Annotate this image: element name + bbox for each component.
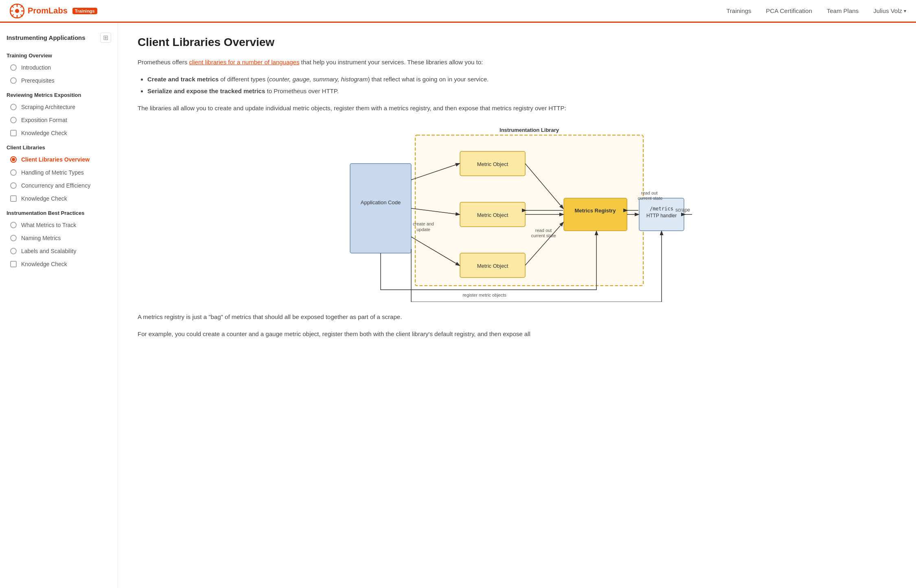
circle-icon-handling — [10, 169, 17, 176]
sidebar-item-label-client-libraries: Client Libraries Overview — [21, 156, 90, 163]
circle-icon-client-libraries-active — [10, 156, 17, 163]
nav-pca-cert[interactable]: PCA Certification — [766, 7, 812, 14]
check-icon-1 — [10, 129, 17, 137]
sidebar-item-naming-metrics[interactable]: Naming Metrics — [0, 232, 118, 245]
architecture-diagram: Instrumentation Library Application Code… — [138, 123, 896, 302]
sidebar-item-label-handling: Handling of Metric Types — [21, 169, 84, 176]
logo-text: PromLabs — [28, 6, 68, 15]
circle-icon-exposition — [10, 116, 17, 124]
chevron-down-icon: ▾ — [904, 8, 906, 14]
bullet-2-bold: Serialize and expose the tracked metrics — [147, 87, 265, 94]
svg-text:current state: current state — [638, 196, 662, 201]
svg-text:create and: create and — [413, 221, 434, 226]
svg-text:read out: read out — [641, 190, 657, 195]
para4: For example, you could create a counter … — [138, 329, 896, 339]
top-navigation: PromLabs Trainings Trainings PCA Certifi… — [0, 0, 916, 23]
svg-text:/metrics: /metrics — [650, 206, 673, 212]
nav-team-plans[interactable]: Team Plans — [827, 7, 859, 14]
svg-text:Metric Object: Metric Object — [477, 161, 508, 167]
sidebar-item-label-labels: Labels and Scalability — [21, 248, 76, 254]
nav-trainings[interactable]: Trainings — [726, 7, 751, 14]
para3: A metrics registry is just a "bag" of me… — [138, 312, 896, 322]
circle-icon-prerequisites — [10, 77, 17, 84]
sidebar-item-introduction[interactable]: Introduction — [0, 61, 118, 74]
sidebar-item-label-exposition: Exposition Format — [21, 117, 67, 123]
sidebar-item-labels-scalability[interactable]: Labels and Scalability — [0, 245, 118, 258]
main-content: Client Libraries Overview Prometheus off… — [118, 23, 916, 588]
svg-text:current state: current state — [531, 233, 556, 238]
sidebar-item-label-naming: Naming Metrics — [21, 235, 61, 241]
section-best-practices: Instrumentation Best Practices — [0, 205, 118, 219]
svg-text:HTTP handler: HTTP handler — [646, 213, 677, 219]
svg-rect-20 — [564, 198, 627, 231]
check-icon-3 — [10, 260, 17, 268]
intro-paragraph: Prometheus offers client libraries for a… — [138, 57, 896, 68]
sidebar-item-client-libraries-overview[interactable]: Client Libraries Overview — [0, 153, 118, 166]
bullet-1-rest2: ) that reflect what is going on in your … — [368, 76, 489, 83]
circle-icon-scraping — [10, 103, 17, 111]
sidebar-item-what-metrics[interactable]: What Metrics to Track — [0, 219, 118, 232]
section-client-libraries: Client Libraries — [0, 140, 118, 153]
circle-icon-what-metrics — [10, 221, 17, 229]
bullet-create-track: Create and track metrics of different ty… — [147, 74, 896, 85]
sidebar-item-handling-metric-types[interactable]: Handling of Metric Types — [0, 166, 118, 179]
svg-text:update: update — [416, 227, 430, 232]
sidebar-item-exposition-format[interactable]: Exposition Format — [0, 114, 118, 127]
section-reviewing-metrics: Reviewing Metrics Exposition — [0, 87, 118, 101]
bullet-1-bold: Create and track metrics — [147, 76, 219, 83]
sidebar-item-label-concurrency: Concurrency and Efficiency — [21, 182, 90, 189]
check-icon-2 — [10, 195, 17, 202]
sidebar-item-prerequisites[interactable]: Prerequisites — [0, 74, 118, 87]
user-menu[interactable]: Julius Volz ▾ — [873, 7, 906, 14]
bullet-1-rest: of different types ( — [220, 76, 269, 83]
sidebar-item-concurrency[interactable]: Concurrency and Efficiency — [0, 179, 118, 192]
svg-text:Metrics Registry: Metrics Registry — [574, 208, 616, 214]
bullet-1-italic: counter, gauge, summary, histogram — [269, 76, 368, 83]
svg-text:Metric Object: Metric Object — [477, 212, 508, 218]
client-libraries-link[interactable]: client libraries for a number of languag… — [189, 59, 299, 66]
trainings-badge: Trainings — [72, 8, 97, 14]
nav-links: Trainings PCA Certification Team Plans J… — [726, 7, 906, 14]
svg-text:Application Code: Application Code — [361, 199, 401, 205]
sidebar-item-knowledge-check-1[interactable]: Knowledge Check — [0, 127, 118, 140]
svg-text:Metric Object: Metric Object — [477, 263, 508, 269]
sidebar-title: Instrumenting Applications — [7, 34, 85, 41]
circle-icon-labels — [10, 247, 17, 255]
sidebar-collapse-button[interactable]: ⊞ — [100, 33, 111, 43]
svg-text:read out: read out — [535, 228, 552, 233]
svg-text:Instrumentation Library: Instrumentation Library — [500, 127, 559, 133]
bullet-2-rest: to Prometheus over HTTP. — [267, 87, 338, 94]
sidebar-item-label-what-metrics: What Metrics to Track — [21, 222, 76, 228]
circle-icon-concurrency — [10, 182, 17, 189]
circle-icon-naming — [10, 234, 17, 242]
intro-cont: that help you instrument your services. … — [299, 59, 483, 66]
main-layout: Instrumenting Applications ⊞ Training Ov… — [0, 23, 916, 588]
intro-text: Prometheus offers — [138, 59, 189, 66]
svg-text:register metric objects: register metric objects — [462, 293, 506, 297]
sidebar-item-label-prerequisites: Prerequisites — [21, 77, 55, 84]
sidebar-item-label-knowledge-2: Knowledge Check — [21, 195, 67, 202]
sidebar-header: Instrumenting Applications ⊞ — [0, 29, 118, 48]
promlabs-logo-icon — [10, 4, 24, 18]
sidebar-item-knowledge-check-3[interactable]: Knowledge Check — [0, 258, 118, 271]
svg-point-1 — [15, 9, 19, 13]
sidebar-item-knowledge-check-2[interactable]: Knowledge Check — [0, 192, 118, 205]
sidebar-item-label-knowledge-3: Knowledge Check — [21, 261, 67, 267]
feature-list: Create and track metrics of different ty… — [147, 74, 896, 96]
sidebar-item-scraping-architecture[interactable]: Scraping Architecture — [0, 101, 118, 114]
sidebar: Instrumenting Applications ⊞ Training Ov… — [0, 23, 118, 588]
para2: The libraries all allow you to create an… — [138, 103, 896, 114]
sidebar-item-label-introduction: Introduction — [21, 64, 51, 71]
svg-text:scrape: scrape — [675, 207, 690, 213]
page-title: Client Libraries Overview — [138, 36, 896, 49]
section-training-overview: Training Overview — [0, 48, 118, 61]
user-name: Julius Volz — [873, 7, 902, 14]
sidebar-item-label-scraping: Scraping Architecture — [21, 104, 75, 110]
bullet-serialize: Serialize and expose the tracked metrics… — [147, 86, 896, 96]
logo-area: PromLabs Trainings — [10, 4, 97, 18]
circle-icon-introduction — [10, 64, 17, 71]
sidebar-item-label-knowledge-1: Knowledge Check — [21, 130, 67, 136]
diagram-svg: Instrumentation Library Application Code… — [342, 123, 692, 302]
svg-rect-12 — [350, 164, 411, 253]
